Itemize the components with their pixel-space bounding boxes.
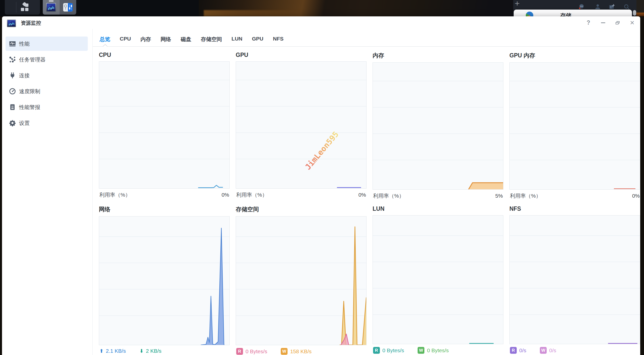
stat-w: W158 KB/s [281,348,311,355]
taskbar-app-control-panel[interactable] [60,0,76,15]
wallpaper-highlight [204,10,304,16]
chart-current-value: 0% [222,192,229,198]
stat-value: 158 KB/s [290,348,311,354]
tab-存储空间[interactable]: 存储空间 [200,35,222,43]
control-panel-icon [63,2,73,13]
tab-LUN[interactable]: LUN [231,35,243,42]
search-icon[interactable] [623,4,630,10]
chart-stats: R0 Bytes/sW158 KB/s [236,348,312,355]
tray-add-button[interactable]: + [515,0,520,8]
resource-monitor-icon [7,19,16,27]
tab-磁盘[interactable]: 磁盘 [180,35,192,43]
chart-card-memory: 内存 利用率（%） 5% [373,52,503,199]
app-launcher-icon [20,2,30,12]
restore-icon [616,21,620,24]
tab-内存[interactable]: 内存 [140,35,151,43]
taskbar-open-apps [43,0,76,15]
chart-stats: ⬆2.1 KB/s⬇2 KB/s [99,348,162,354]
restore-button[interactable] [614,19,621,26]
chart-card-cpu: CPU 利用率（%） 0% [99,52,230,199]
sidebar-item-label: 速度限制 [19,88,40,95]
stat-value: 0/s [519,347,526,353]
sidebar-item-performance[interactable]: 性能 [6,37,88,51]
sidebar-item-performance-alarm[interactable]: 性能警报 [6,100,88,114]
download-arrow-icon: ⬇ [139,348,144,354]
chart-title: GPU [236,52,367,58]
sidebar-item-settings[interactable]: 设置 [6,116,88,130]
speed-limit-icon [9,88,16,95]
app-launcher-button[interactable] [20,2,30,12]
taskbar-divider [16,2,16,13]
chart-plot [99,216,230,345]
chart-plot [99,61,230,189]
chart-current-value: 0% [632,193,640,199]
chat-icon[interactable] [578,4,585,10]
tab-CPU[interactable]: CPU [119,35,131,42]
write-badge: W [418,347,424,354]
chart-title: 存储空间 [236,205,367,213]
tab-网络[interactable]: 网络 [160,35,172,43]
chart-plot [236,61,367,189]
sidebar-item-label: 性能警报 [19,104,40,111]
chart-plot [373,62,503,190]
minimize-button[interactable] [599,19,607,26]
stat-value: 0/s [549,347,556,353]
tab-总览[interactable]: 总览 [99,35,111,43]
resource-monitor-icon [46,2,56,13]
chart-card-network: 网络 ⬆2.1 KB/s⬇2 KB/s [99,205,230,355]
tab-NFS[interactable]: NFS [272,35,284,42]
help-button[interactable]: ? [585,19,592,26]
chart-card-lun: LUN R0 Bytes/sW0 Bytes/s [373,205,503,355]
read-badge: R [236,348,243,355]
performance-alarm-icon [9,104,16,111]
connections-icon [9,72,16,79]
taskbar: + 存储 [0,0,644,16]
chart-plot [509,215,640,344]
window-titlebar: 资源监控 ? × [2,16,640,29]
taskbar-app-resource-monitor[interactable] [43,0,60,15]
write-badge: W [540,347,547,354]
chart-title: 内存 [373,52,503,59]
corner-wallpaper [636,0,644,16]
performance-icon [9,40,16,47]
sidebar-item-connections[interactable]: 连接 [6,68,88,83]
desktop-widget-panel: 存储 [514,10,632,16]
chart-plot [373,215,503,344]
chart-title: 网络 [99,205,230,213]
read-badge: R [373,347,380,354]
upload-arrow-icon: ⬆ [99,348,104,354]
chart-current-value: 0% [358,192,366,198]
stat-value: 0 Bytes/s [382,347,404,353]
chart-card-gpu-memory: GPU 内存 利用率（%） 0% [509,52,640,199]
chart-plot [236,216,367,345]
chart-title: GPU 内存 [509,52,640,59]
chart-axis-label: 利用率（%） [236,191,267,198]
chart-axis-label: 利用率（%） [99,191,131,198]
chart-title: LUN [373,205,503,212]
tab-bar: 总览CPU内存网络磁盘存储空间LUNGPUNFS [93,35,640,47]
widget-scrollbar[interactable] [633,10,636,16]
charts-grid: JimLeon595 CPU 利用率（%） 0% GPU 利用率（%） 0% 内… [93,47,640,355]
stat-w: W0 Bytes/s [418,347,449,354]
tab-GPU[interactable]: GPU [252,35,264,42]
chart-title: CPU [99,52,230,58]
sidebar-item-label: 性能 [19,40,30,47]
chart-stats: R0/sW0/s [510,347,556,354]
sidebar-item-label: 设置 [19,120,30,127]
sidebar-item-speed-limit[interactable]: 速度限制 [6,84,88,98]
sidebar-item-task-manager[interactable]: 任务管理器 [6,52,88,67]
stat-value: 2 KB/s [146,348,162,354]
stat-r: R0 Bytes/s [373,347,404,354]
active-app-indicator [49,1,54,2]
user-icon[interactable] [594,4,601,10]
chart-title: NFS [509,205,640,212]
chart-stats: R0 Bytes/sW0 Bytes/s [373,347,449,354]
sidebar-item-label: 任务管理器 [19,56,46,63]
close-button[interactable]: × [629,19,636,26]
write-badge: W [281,348,288,355]
read-badge: R [510,347,517,354]
stat-r: R0 Bytes/s [236,348,267,355]
resource-monitor-window: 资源监控 ? × 性能 任务管理器 连接 速度限制 性能警报 设置 [2,16,640,355]
widgets-pin-icon[interactable] [609,4,615,10]
stat-upload: ⬆2.1 KB/s [99,348,126,354]
